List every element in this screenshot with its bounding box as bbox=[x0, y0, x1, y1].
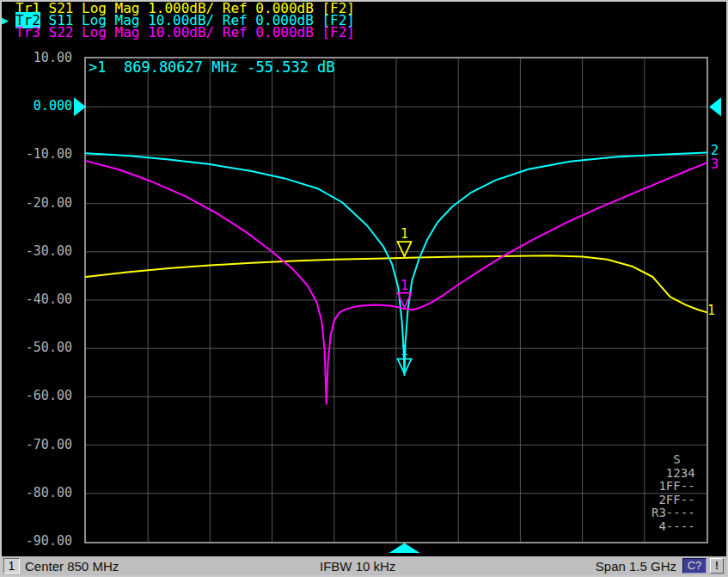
ref-level-indicator-left[interactable] bbox=[74, 97, 86, 116]
vna-screen: { "header": { "active_arrow": "▶", "trac… bbox=[0, 0, 728, 577]
ref-level-indicator-right[interactable] bbox=[709, 97, 721, 116]
port-status-block: S 1234 1FF-- 2FF-- R3---- 4---- bbox=[652, 453, 695, 533]
trace-end-number-label: 3 bbox=[711, 157, 719, 172]
ifbw-label[interactable]: IFBW 10 kHz bbox=[320, 559, 395, 574]
span-label[interactable]: Span 1.5 GHz bbox=[596, 559, 676, 574]
y-axis-tick-label: 0.000 bbox=[0, 99, 72, 114]
y-axis-tick-label: -90.00 bbox=[0, 534, 72, 549]
y-axis-tick-label: -40.00 bbox=[0, 292, 72, 307]
trace-settings-text: S22 Log Mag 10.00dB/ Ref 0.000dB [F2] bbox=[40, 24, 355, 40]
trace-id: Tr3 bbox=[15, 24, 40, 40]
center-frequency-label[interactable]: Center 850 MHz bbox=[25, 559, 119, 574]
marker-stimulus-indicator[interactable] bbox=[389, 543, 420, 554]
status-bar: 1 Center 850 MHz IFBW 10 kHz Span 1.5 GH… bbox=[2, 556, 726, 575]
marker-number-label: 1 bbox=[401, 343, 408, 359]
trace-annotation-rows: Tr1 S21 Log Mag 1.000dB/ Ref 0.000dB [F2… bbox=[2, 3, 355, 39]
y-axis-tick-label: -10.00 bbox=[0, 147, 72, 162]
marker-number-label: 1 bbox=[401, 226, 408, 242]
trace-label-tr3[interactable]: Tr3 S22 Log Mag 10.00dB/ Ref 0.000dB [F2… bbox=[2, 27, 355, 39]
plot-grid: 111123 bbox=[0, 0, 728, 577]
trace-end-number-label: 1 bbox=[707, 303, 715, 318]
y-axis-tick-label: -60.00 bbox=[0, 389, 72, 403]
y-axis-tick-label: -50.00 bbox=[0, 341, 72, 355]
alert-badge[interactable]: ! bbox=[710, 558, 724, 574]
channel-number-box[interactable]: 1 bbox=[3, 558, 20, 574]
marker-readout: >1 869.80627 MHz -55.532 dB bbox=[89, 60, 335, 75]
cal-status-badge: C? bbox=[682, 558, 707, 574]
active-trace-arrow-icon: ▶ bbox=[2, 15, 15, 27]
y-axis-tick-label: 10.00 bbox=[0, 51, 72, 65]
y-axis-tick-label: -70.00 bbox=[0, 438, 72, 452]
y-axis-tick-label: -80.00 bbox=[0, 486, 72, 500]
marker-triangle[interactable] bbox=[398, 242, 412, 256]
marker-number-label: 1 bbox=[401, 278, 408, 293]
y-axis-tick-label: -30.00 bbox=[0, 244, 72, 259]
y-axis-tick-label: -20.00 bbox=[0, 196, 72, 211]
